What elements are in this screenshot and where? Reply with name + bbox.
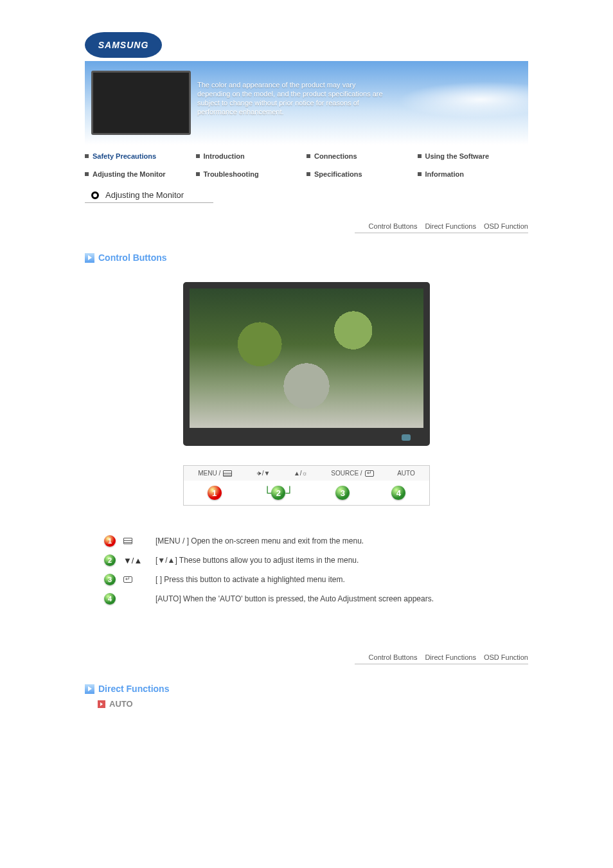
section-title-bar: Adjusting the Monitor (85, 190, 213, 203)
strip-label-text: MENU / (198, 470, 220, 477)
legend-desc: [ ] Press this button to activate a high… (155, 575, 345, 584)
legend-number-badge: 3 (104, 574, 116, 585)
strip-number-3: 3 (335, 486, 350, 500)
strip-label-menu: MENU / (198, 470, 232, 477)
banner-swoosh (370, 67, 528, 132)
nav-label: Information (425, 170, 465, 178)
number-badge: 3 (335, 486, 350, 500)
section-title: Adjusting the Monitor (105, 190, 184, 200)
strip-numbers-row: 1 └ 2 ┘ 3 4 (184, 481, 429, 505)
enter-icon (123, 576, 132, 583)
control-buttons-strip: MENU / 🕩/▼ ▲/☼ SOURCE / AUTO 1 └ 2 ┘ (183, 465, 430, 506)
nav-connections[interactable]: Connections (306, 150, 418, 163)
legend-row-1: 1 [MENU / ] Open the on-screen menu and … (104, 531, 528, 551)
strip-labels-row: MENU / 🕩/▼ ▲/☼ SOURCE / AUTO (184, 466, 429, 481)
legend-number-badge: 4 (104, 593, 116, 605)
nav-bullet-icon (196, 172, 200, 176)
strip-number-2-bracket: └ 2 ┘ (263, 486, 294, 500)
subnav-control-buttons[interactable]: Control Buttons (369, 653, 418, 661)
legend-row-4: 4 [AUTO] When the 'AUTO' button is press… (104, 589, 528, 608)
sub-bullet-icon (98, 700, 105, 708)
banner-monitor-illustration (91, 71, 191, 135)
brightness-up-icon: ▲/☼ (294, 470, 308, 477)
strip-number-4: 4 (391, 486, 405, 500)
nav-introduction[interactable]: Introduction (196, 150, 307, 163)
nav-label: Using the Software (425, 152, 490, 160)
hero-banner: The color and appearance of the product … (85, 61, 528, 145)
play-icon (85, 684, 94, 694)
section-circle-icon (91, 191, 99, 199)
enter-icon (365, 470, 374, 477)
legend-desc: [AUTO] When the 'AUTO' button is pressed… (155, 594, 434, 603)
bracket-left-icon: └ (263, 486, 272, 500)
nav-bullet-icon (85, 154, 89, 158)
nav-adjusting-monitor[interactable]: Adjusting the Monitor (85, 168, 196, 181)
nav-row-2: Adjusting the Monitor Troubleshooting Sp… (85, 168, 528, 181)
nav-label: Troubleshooting (204, 170, 259, 178)
nav-label: Safety Precautions (93, 152, 156, 160)
strip-label-volume-down: 🕩/▼ (256, 470, 271, 477)
nav-bullet-icon (418, 154, 422, 158)
legend-glyph: ▼/▲ (123, 556, 149, 565)
nav-label: Specifications (314, 170, 362, 178)
legend-glyph (123, 576, 149, 583)
nav-bullet-icon (306, 154, 310, 158)
subnav-osd-function[interactable]: OSD Function (484, 222, 528, 230)
control-buttons-legend: 1 [MENU / ] Open the on-screen menu and … (104, 531, 528, 608)
nav-bullet-icon (196, 154, 200, 158)
legend-desc: [▼/▲] These buttons allow you to adjust … (155, 556, 359, 565)
nav-label: Adjusting the Monitor (93, 170, 166, 178)
nav-bullet-icon (418, 172, 422, 176)
nav-bullet-icon (306, 172, 310, 176)
menu-icon (123, 538, 132, 544)
sub-heading-text: AUTO (109, 699, 133, 709)
section-heading-direct-functions: Direct Functions (85, 684, 528, 694)
number-badge: 1 (208, 486, 222, 500)
legend-number-badge: 2 (104, 554, 116, 566)
strip-label-source: SOURCE / (331, 470, 373, 477)
strip-label-brightness-up: ▲/☼ (294, 470, 308, 477)
section-heading-control-buttons: Control Buttons (85, 252, 528, 263)
legend-row-2: 2 ▼/▲ [▼/▲] These buttons allow you to a… (104, 551, 528, 570)
bracket-right-icon: ┘ (285, 486, 294, 500)
subnav-direct-functions[interactable]: Direct Functions (425, 653, 475, 661)
strip-number-1: 1 (208, 486, 222, 500)
strip-label-text: AUTO (397, 470, 415, 477)
monitor-display-illustration (183, 282, 430, 446)
menu-icon (223, 470, 232, 477)
nav-bullet-icon (85, 172, 89, 176)
banner-text: The color and appearance of the product … (197, 80, 384, 116)
nav-row-1: Safety Precautions Introduction Connecti… (85, 150, 528, 163)
number-badge: 2 (271, 486, 285, 500)
play-icon (85, 253, 94, 263)
number-badge: 4 (391, 486, 405, 500)
strip-label-auto: AUTO (397, 470, 415, 477)
subnav: Control Buttons Direct Functions OSD Fun… (355, 222, 528, 233)
heading-text: Direct Functions (98, 684, 169, 694)
legend-row-3: 3 [ ] Press this button to activate a hi… (104, 570, 528, 589)
subnav-2: Control Buttons Direct Functions OSD Fun… (355, 653, 528, 664)
nav-troubleshooting[interactable]: Troubleshooting (196, 168, 307, 181)
subnav-osd-function[interactable]: OSD Function (484, 653, 528, 661)
subnav-control-buttons[interactable]: Control Buttons (369, 222, 418, 230)
strip-label-text: SOURCE / (331, 470, 362, 477)
brand-text: SAMSUNG (98, 40, 149, 50)
brand-logo: SAMSUNG (85, 32, 162, 58)
heading-text: Control Buttons (98, 252, 167, 263)
legend-number-badge: 1 (104, 535, 116, 547)
subnav-direct-functions[interactable]: Direct Functions (425, 222, 475, 230)
legend-desc: [MENU / ] Open the on-screen menu and ex… (155, 536, 364, 545)
legend-glyph (123, 538, 149, 544)
nav-label: Introduction (204, 152, 245, 160)
volume-down-icon: 🕩/▼ (256, 470, 271, 477)
sub-heading-auto: AUTO (85, 699, 528, 709)
nav-information[interactable]: Information (418, 168, 529, 181)
nav-label: Connections (314, 152, 357, 160)
nav-specifications[interactable]: Specifications (306, 168, 418, 181)
nav-using-software[interactable]: Using the Software (418, 150, 529, 163)
nav-safety-precautions[interactable]: Safety Precautions (85, 150, 196, 163)
